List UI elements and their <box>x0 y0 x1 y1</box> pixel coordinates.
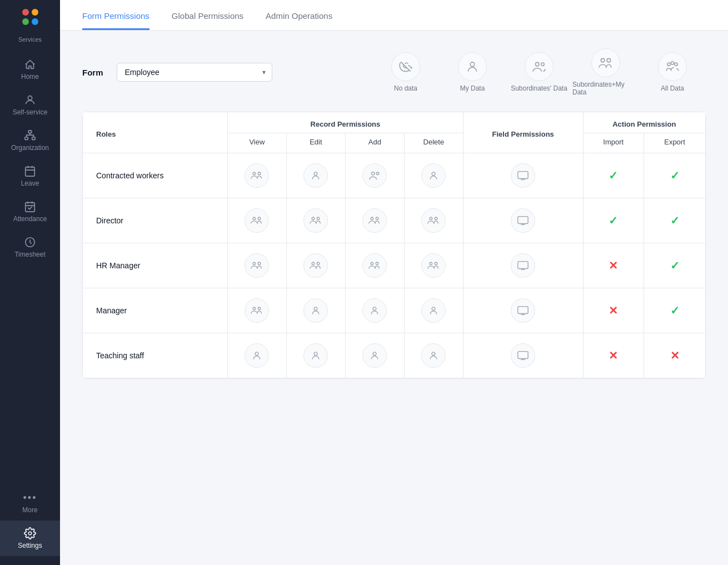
view-cell[interactable] <box>227 198 286 243</box>
svg-rect-5 <box>26 203 35 212</box>
table-row: Teaching staff ✕ ✕ <box>83 333 706 378</box>
tab-form-permissions[interactable]: Form Permissions <box>82 0 149 30</box>
edit-cell[interactable] <box>286 243 345 288</box>
svg-point-17 <box>253 172 256 175</box>
svg-point-39 <box>430 262 432 265</box>
all-data-icon <box>665 59 680 74</box>
permission-icon <box>421 253 446 278</box>
cross-icon: ✕ <box>609 259 618 272</box>
dot-yellow <box>32 9 38 16</box>
delete-cell[interactable] <box>404 198 463 243</box>
record-permissions-header: Record Permissions <box>227 112 463 133</box>
sidebar-self-service-label: Self-service <box>13 108 48 116</box>
export-cell[interactable]: ✓ <box>644 243 706 288</box>
svg-point-31 <box>435 217 438 220</box>
table-row: Manager ✕ ✓ <box>83 288 706 333</box>
sidebar-item-timesheet[interactable]: Timesheet <box>0 229 60 265</box>
svg-point-18 <box>258 172 261 175</box>
import-cell[interactable]: ✕ <box>583 288 644 333</box>
svg-point-11 <box>541 63 544 66</box>
home-icon <box>24 58 36 71</box>
export-cell[interactable]: ✓ <box>644 153 706 198</box>
delete-cell[interactable] <box>404 288 463 333</box>
scope-no-data-circle <box>391 52 420 81</box>
form-select[interactable]: Employee <box>117 63 272 82</box>
svg-point-49 <box>314 352 317 356</box>
view-cell[interactable] <box>227 243 286 288</box>
svg-point-16 <box>675 63 677 66</box>
check-icon: ✓ <box>670 169 680 182</box>
add-cell[interactable] <box>345 153 404 198</box>
field-cell[interactable] <box>463 333 583 378</box>
permission-icon <box>303 163 328 188</box>
edit-cell[interactable] <box>286 198 345 243</box>
sidebar-attendance-label: Attendance <box>13 215 47 223</box>
table-row: Director ✓ ✓ <box>83 198 706 243</box>
sidebar-org-label: Organization <box>11 144 49 152</box>
import-cell[interactable]: ✓ <box>583 198 644 243</box>
edit-cell[interactable] <box>286 333 345 378</box>
svg-point-7 <box>28 532 32 535</box>
view-cell[interactable] <box>227 153 286 198</box>
svg-rect-4 <box>26 167 35 177</box>
role-name: Contracted workers <box>83 153 228 198</box>
sidebar-item-more[interactable]: ••• More <box>0 486 60 521</box>
check-icon: ✓ <box>609 169 618 182</box>
delete-cell[interactable] <box>404 153 463 198</box>
sidebar-item-home[interactable]: Home <box>0 52 60 87</box>
add-header: Add <box>345 133 404 153</box>
field-cell[interactable] <box>463 153 583 198</box>
field-cell[interactable] <box>463 288 583 333</box>
svg-point-28 <box>371 217 374 220</box>
export-cell[interactable]: ✓ <box>644 198 706 243</box>
tab-global-permissions[interactable]: Global Permissions <box>172 0 243 30</box>
svg-point-26 <box>312 217 315 220</box>
tab-admin-operations[interactable]: Admin Operations <box>266 0 332 30</box>
export-header: Export <box>644 133 706 153</box>
sidebar-item-settings[interactable]: Settings <box>0 521 60 556</box>
svg-point-27 <box>317 217 320 220</box>
import-cell[interactable]: ✓ <box>583 153 644 198</box>
sidebar-item-organization[interactable]: Organization <box>0 123 60 158</box>
svg-rect-1 <box>28 131 32 133</box>
sidebar-item-attendance[interactable]: Attendance <box>0 194 60 229</box>
main-content: Form Permissions Global Permissions Admi… <box>60 0 728 565</box>
scope-subordinates-data-circle <box>525 52 554 81</box>
dot-green <box>22 18 29 25</box>
edit-cell[interactable] <box>286 153 345 198</box>
attendance-icon <box>24 201 36 213</box>
import-cell[interactable]: ✕ <box>583 243 644 288</box>
permission-icon <box>511 253 535 278</box>
export-cell[interactable]: ✕ <box>644 333 706 378</box>
add-cell[interactable] <box>345 243 404 288</box>
view-cell[interactable] <box>227 288 286 333</box>
svg-point-30 <box>430 217 432 220</box>
permission-icon <box>421 163 446 188</box>
permission-icon <box>245 343 269 368</box>
delete-cell[interactable] <box>404 333 463 378</box>
cross-icon: ✕ <box>670 349 680 362</box>
scope-no-data: No data <box>372 52 439 92</box>
add-cell[interactable] <box>345 198 404 243</box>
svg-point-10 <box>536 62 540 66</box>
svg-point-13 <box>607 58 611 62</box>
field-cell[interactable] <box>463 198 583 243</box>
sidebar-item-self-service[interactable]: Self-service <box>0 87 60 123</box>
import-cell[interactable]: ✕ <box>583 333 644 378</box>
field-cell[interactable] <box>463 243 583 288</box>
scope-subordinates-data-label: Subordinates' Data <box>511 84 567 92</box>
add-cell[interactable] <box>345 288 404 333</box>
add-cell[interactable] <box>345 333 404 378</box>
svg-point-0 <box>28 96 32 100</box>
export-cell[interactable]: ✓ <box>644 288 706 333</box>
edit-cell[interactable] <box>286 288 345 333</box>
check-icon: ✓ <box>670 259 680 272</box>
svg-point-33 <box>253 262 256 265</box>
sidebar-item-leave[interactable]: Leave <box>0 158 60 194</box>
edit-header: Edit <box>286 133 345 153</box>
svg-rect-52 <box>518 352 528 359</box>
delete-cell[interactable] <box>404 243 463 288</box>
view-cell[interactable] <box>227 333 286 378</box>
scope-subordinates-data: Subordinates' Data <box>506 52 572 92</box>
more-dots-icon: ••• <box>23 492 37 504</box>
